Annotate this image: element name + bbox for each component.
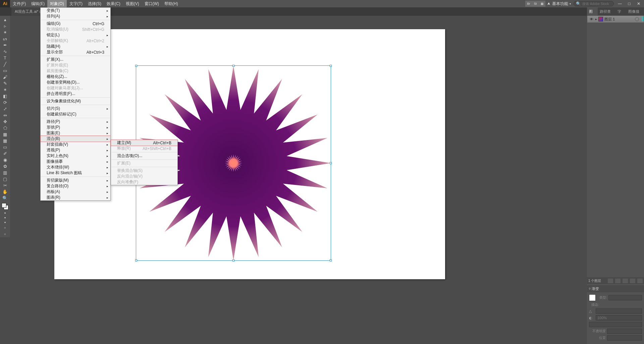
menu-item-24[interactable]: 形状(P)	[41, 125, 110, 130]
menu-item-23[interactable]: 路径(P)	[41, 119, 110, 125]
menu-4[interactable]: 选择(S)	[85, 0, 104, 7]
tool-width[interactable]: ⇔	[1, 112, 9, 118]
menu-item-18[interactable]: 设为像素级优化(M)	[41, 98, 110, 104]
workspace-switcher[interactable]: 基本功能▾	[552, 1, 571, 7]
fill-stroke-swatch[interactable]	[1, 202, 9, 210]
tool-hand[interactable]: ✋	[1, 189, 9, 195]
screen-mode[interactable]: ▫	[1, 231, 9, 237]
layer-target-icon[interactable]	[635, 17, 639, 21]
tool-shaper[interactable]: ✴	[1, 87, 9, 93]
menu-7[interactable]: 窗口(W)	[142, 0, 162, 7]
new-sublayer-icon[interactable]	[623, 279, 628, 283]
make-clip-icon[interactable]	[615, 279, 621, 283]
fill-mode-none[interactable]: ▪	[1, 220, 9, 225]
tool-rotate[interactable]: ⟳	[1, 99, 9, 106]
gradient-position-field[interactable]	[607, 335, 642, 341]
menu-8[interactable]: 帮助(H)	[162, 0, 181, 7]
tool-blend[interactable]: ◉	[1, 157, 9, 163]
tool-slice[interactable]: ✂	[1, 182, 9, 189]
stock-search-input[interactable]	[582, 2, 612, 6]
gradient-ramp[interactable]	[589, 322, 642, 327]
menu-item-20[interactable]: 切片(S)	[41, 106, 110, 111]
tool-gradient[interactable]: ▭	[1, 144, 9, 150]
tool-eyedropper[interactable]: ✐	[1, 150, 9, 157]
menu-0[interactable]: 文件(F)	[10, 0, 29, 7]
draw-normal[interactable]: ▫	[1, 225, 9, 231]
tool-curvature[interactable]: ∿	[1, 48, 9, 55]
menu-item-5[interactable]: 锁定(L)	[41, 32, 110, 38]
new-layer-icon[interactable]	[630, 279, 635, 283]
menu-2[interactable]: 对象(O)	[47, 0, 66, 7]
tool-type[interactable]: T	[1, 55, 9, 61]
tool-symbol[interactable]: ✿	[1, 163, 9, 169]
tool-eraser[interactable]: ◧	[1, 93, 9, 99]
tool-direct[interactable]: ▹	[1, 23, 9, 29]
tool-artboard[interactable]: ▢	[1, 176, 9, 182]
menu-item-3[interactable]: 混合选项(O)...	[111, 153, 177, 159]
menu-6[interactable]: 视图(V)	[123, 0, 142, 7]
menu-item-34[interactable]: 剪切蒙版(M)	[41, 178, 110, 183]
gpu-icon[interactable]: ⮝	[545, 1, 552, 7]
fill-mode-color[interactable]: ▪	[1, 210, 9, 215]
tool-select[interactable]: ▴	[1, 16, 9, 23]
menu-item-37[interactable]: 图表(R)	[41, 195, 110, 200]
gradient-type-field[interactable]	[608, 295, 642, 300]
tool-scale[interactable]: ⤢	[1, 106, 9, 112]
expand-icon[interactable]: ▸	[595, 17, 597, 21]
menu-item-32[interactable]: Line 和 Sketch 图稿	[41, 170, 110, 176]
tool-shape-builder[interactable]: ⬠	[1, 125, 9, 131]
bridge-icon[interactable]: Br	[525, 1, 532, 7]
gradient-aspect-field[interactable]: 100%	[596, 315, 642, 321]
gradient-angle-field[interactable]	[596, 308, 642, 314]
tool-mesh[interactable]: ▦	[1, 138, 9, 144]
gradient-opacity-field[interactable]	[607, 329, 642, 334]
menu-item-16[interactable]: 拼合透明度(F)...	[41, 91, 110, 97]
menu-item-30[interactable]: 图像描摹	[41, 159, 110, 164]
menu-item-0[interactable]: 建立(M)Alt+Ctrl+B	[111, 140, 177, 146]
tool-pencil[interactable]: ✎	[1, 80, 9, 87]
menu-item-21[interactable]: 创建裁切标记(C)	[41, 111, 110, 117]
tool-rect[interactable]: ▭	[1, 67, 9, 74]
gradient-panel-title[interactable]: ◊ 渐变	[587, 285, 644, 292]
tool-column[interactable]: ▥	[1, 169, 9, 176]
locate-layer-icon[interactable]	[608, 279, 613, 283]
menu-item-29[interactable]: 实时上色(N)	[41, 153, 110, 159]
layer-row[interactable]: 👁 ▸ 图层 1	[587, 15, 644, 23]
menu-item-10[interactable]: 扩展(X)...	[41, 57, 110, 62]
tool-lasso[interactable]: ᔕ	[1, 36, 9, 42]
arrange-docs-icon[interactable]: ▦	[539, 1, 545, 7]
tool-brush[interactable]: 🖌	[1, 74, 9, 80]
menu-item-26[interactable]: 混合(B)	[41, 136, 110, 142]
menu-item-35[interactable]: 复合路径(O)	[41, 183, 110, 189]
tool-pen[interactable]: ✒	[1, 42, 9, 48]
menu-item-25[interactable]: 图案(E)	[41, 130, 110, 136]
stock-search[interactable]: 🔍	[574, 1, 614, 6]
panel-tab-2[interactable]: 字符	[615, 7, 626, 15]
tool-wand[interactable]: ✴	[1, 29, 9, 36]
tool-free[interactable]: ✥	[1, 118, 9, 125]
menu-5[interactable]: 效果(C)	[104, 0, 123, 7]
fill-mode-gradient[interactable]: ▪	[1, 215, 9, 220]
menu-1[interactable]: 编辑(E)	[29, 0, 47, 7]
menu-item-13[interactable]: 栅格化(Z)...	[41, 74, 110, 80]
stock-icon[interactable]: St	[532, 1, 539, 7]
tool-zoom[interactable]: 🔍	[1, 195, 9, 201]
panel-tab-1[interactable]: 路径查找	[598, 7, 615, 15]
menu-item-7[interactable]: 隐藏(H)	[41, 44, 110, 49]
minimize-button[interactable]: —	[616, 0, 623, 7]
menu-item-27[interactable]: 封套扭曲(V)	[41, 142, 110, 147]
tool-perspective[interactable]: ▦	[1, 131, 9, 138]
menu-item-36[interactable]: 画板(A)	[41, 189, 110, 195]
visibility-icon[interactable]: 👁	[589, 17, 594, 21]
close-button[interactable]: ✕	[635, 0, 642, 7]
gradient-swatch[interactable]	[589, 294, 596, 301]
menu-item-28[interactable]: 透视(P)	[41, 147, 110, 153]
menu-item-31[interactable]: 文本绕排(W)	[41, 164, 110, 170]
menu-item-14[interactable]: 创建渐变网格(D)...	[41, 80, 110, 85]
menu-item-0[interactable]: 变换(T)	[41, 8, 110, 13]
menu-item-3[interactable]: 编组(G)Ctrl+G	[41, 21, 110, 27]
menu-3[interactable]: 文字(T)	[67, 0, 85, 7]
menu-item-8[interactable]: 显示全部Alt+Ctrl+3	[41, 49, 110, 55]
menu-item-1[interactable]: 排列(A)	[41, 13, 110, 19]
panel-tab-0[interactable]: 图层	[587, 7, 598, 15]
